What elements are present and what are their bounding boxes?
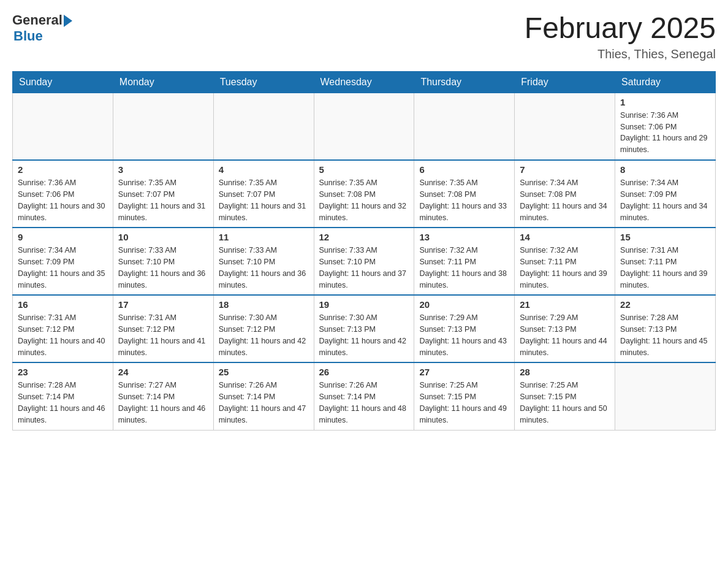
logo: General Blue [12, 12, 72, 44]
sun-info: Sunrise: 7:35 AMSunset: 7:08 PMDaylight:… [319, 177, 409, 223]
sun-info: Sunrise: 7:26 AMSunset: 7:14 PMDaylight:… [219, 380, 309, 426]
day-header-sunday: Sunday [13, 71, 113, 93]
calendar-cell: 25Sunrise: 7:26 AMSunset: 7:14 PMDayligh… [213, 362, 314, 430]
calendar-cell: 19Sunrise: 7:30 AMSunset: 7:13 PMDayligh… [314, 295, 414, 362]
logo-general-text: General [12, 12, 63, 28]
sun-info: Sunrise: 7:36 AMSunset: 7:06 PMDaylight:… [620, 110, 710, 156]
day-number: 17 [118, 299, 208, 310]
sun-info: Sunrise: 7:33 AMSunset: 7:10 PMDaylight:… [219, 245, 309, 291]
sun-info: Sunrise: 7:32 AMSunset: 7:11 PMDaylight:… [419, 245, 509, 291]
sun-info: Sunrise: 7:26 AMSunset: 7:14 PMDaylight:… [319, 380, 409, 426]
day-number: 26 [319, 367, 409, 377]
day-number: 9 [18, 232, 108, 242]
day-number: 4 [219, 164, 309, 175]
sun-info: Sunrise: 7:30 AMSunset: 7:12 PMDaylight:… [219, 312, 309, 358]
calendar-cell: 8Sunrise: 7:34 AMSunset: 7:09 PMDaylight… [615, 160, 716, 228]
calendar-cell: 23Sunrise: 7:28 AMSunset: 7:14 PMDayligh… [13, 362, 113, 430]
sun-info: Sunrise: 7:35 AMSunset: 7:07 PMDaylight:… [219, 177, 309, 223]
day-number: 28 [520, 367, 610, 377]
location-subtitle: Thies, Thies, Senegal [525, 47, 716, 61]
calendar-cell: 24Sunrise: 7:27 AMSunset: 7:14 PMDayligh… [113, 362, 213, 430]
day-number: 3 [118, 164, 208, 175]
logo-blue-text: Blue [13, 28, 43, 44]
calendar-cell: 14Sunrise: 7:32 AMSunset: 7:11 PMDayligh… [515, 228, 615, 295]
day-number: 27 [419, 367, 509, 377]
day-number: 16 [18, 299, 108, 310]
calendar-cell: 28Sunrise: 7:25 AMSunset: 7:15 PMDayligh… [515, 362, 615, 430]
title-block: February 2025 Thies, Thies, Senegal [525, 12, 716, 61]
sun-info: Sunrise: 7:29 AMSunset: 7:13 PMDaylight:… [419, 312, 509, 358]
calendar-cell: 22Sunrise: 7:28 AMSunset: 7:13 PMDayligh… [615, 295, 716, 362]
page-header: General Blue February 2025 Thies, Thies,… [12, 12, 716, 61]
sun-info: Sunrise: 7:28 AMSunset: 7:13 PMDaylight:… [620, 312, 710, 358]
day-number: 12 [319, 232, 409, 242]
sun-info: Sunrise: 7:33 AMSunset: 7:10 PMDaylight:… [319, 245, 409, 291]
day-number: 23 [18, 367, 108, 377]
calendar-header-row: SundayMondayTuesdayWednesdayThursdayFrid… [13, 71, 716, 93]
calendar-cell [414, 93, 515, 160]
calendar-cell [615, 362, 716, 430]
calendar-cell: 3Sunrise: 7:35 AMSunset: 7:07 PMDaylight… [113, 160, 213, 228]
sun-info: Sunrise: 7:35 AMSunset: 7:08 PMDaylight:… [419, 177, 509, 223]
calendar-cell: 21Sunrise: 7:29 AMSunset: 7:13 PMDayligh… [515, 295, 615, 362]
day-header-thursday: Thursday [414, 71, 515, 93]
day-number: 5 [319, 164, 409, 175]
day-number: 18 [219, 299, 309, 310]
day-header-wednesday: Wednesday [314, 71, 414, 93]
calendar-cell: 13Sunrise: 7:32 AMSunset: 7:11 PMDayligh… [414, 228, 515, 295]
day-number: 1 [620, 97, 710, 107]
sun-info: Sunrise: 7:31 AMSunset: 7:11 PMDaylight:… [620, 245, 710, 291]
day-number: 20 [419, 299, 509, 310]
sun-info: Sunrise: 7:30 AMSunset: 7:13 PMDaylight:… [319, 312, 409, 358]
sun-info: Sunrise: 7:27 AMSunset: 7:14 PMDaylight:… [118, 380, 208, 426]
day-number: 24 [118, 367, 208, 377]
calendar-week-row: 2Sunrise: 7:36 AMSunset: 7:06 PMDaylight… [13, 160, 716, 228]
day-header-tuesday: Tuesday [213, 71, 314, 93]
sun-info: Sunrise: 7:34 AMSunset: 7:08 PMDaylight:… [520, 177, 610, 223]
calendar-table: SundayMondayTuesdayWednesdayThursdayFrid… [12, 71, 716, 431]
calendar-week-row: 16Sunrise: 7:31 AMSunset: 7:12 PMDayligh… [13, 295, 716, 362]
sun-info: Sunrise: 7:33 AMSunset: 7:10 PMDaylight:… [118, 245, 208, 291]
day-number: 15 [620, 232, 710, 242]
calendar-week-row: 1Sunrise: 7:36 AMSunset: 7:06 PMDaylight… [13, 93, 716, 160]
day-header-friday: Friday [515, 71, 615, 93]
sun-info: Sunrise: 7:36 AMSunset: 7:06 PMDaylight:… [18, 177, 108, 223]
calendar-cell: 11Sunrise: 7:33 AMSunset: 7:10 PMDayligh… [213, 228, 314, 295]
calendar-cell: 4Sunrise: 7:35 AMSunset: 7:07 PMDaylight… [213, 160, 314, 228]
day-number: 22 [620, 299, 710, 310]
calendar-cell: 27Sunrise: 7:25 AMSunset: 7:15 PMDayligh… [414, 362, 515, 430]
calendar-cell: 12Sunrise: 7:33 AMSunset: 7:10 PMDayligh… [314, 228, 414, 295]
day-number: 14 [520, 232, 610, 242]
calendar-cell: 17Sunrise: 7:31 AMSunset: 7:12 PMDayligh… [113, 295, 213, 362]
calendar-cell: 15Sunrise: 7:31 AMSunset: 7:11 PMDayligh… [615, 228, 716, 295]
calendar-cell [113, 93, 213, 160]
calendar-cell: 5Sunrise: 7:35 AMSunset: 7:08 PMDaylight… [314, 160, 414, 228]
month-title: February 2025 [525, 12, 716, 45]
sun-info: Sunrise: 7:34 AMSunset: 7:09 PMDaylight:… [620, 177, 710, 223]
calendar-cell [213, 93, 314, 160]
calendar-cell: 2Sunrise: 7:36 AMSunset: 7:06 PMDaylight… [13, 160, 113, 228]
sun-info: Sunrise: 7:34 AMSunset: 7:09 PMDaylight:… [18, 245, 108, 291]
day-header-saturday: Saturday [615, 71, 716, 93]
day-number: 19 [319, 299, 409, 310]
day-number: 13 [419, 232, 509, 242]
calendar-cell: 10Sunrise: 7:33 AMSunset: 7:10 PMDayligh… [113, 228, 213, 295]
sun-info: Sunrise: 7:29 AMSunset: 7:13 PMDaylight:… [520, 312, 610, 358]
day-number: 25 [219, 367, 309, 377]
sun-info: Sunrise: 7:31 AMSunset: 7:12 PMDaylight:… [18, 312, 108, 358]
day-number: 11 [219, 232, 309, 242]
calendar-cell: 20Sunrise: 7:29 AMSunset: 7:13 PMDayligh… [414, 295, 515, 362]
sun-info: Sunrise: 7:28 AMSunset: 7:14 PMDaylight:… [18, 380, 108, 426]
calendar-cell [13, 93, 113, 160]
day-number: 8 [620, 164, 710, 175]
day-number: 6 [419, 164, 509, 175]
calendar-week-row: 9Sunrise: 7:34 AMSunset: 7:09 PMDaylight… [13, 228, 716, 295]
day-number: 2 [18, 164, 108, 175]
sun-info: Sunrise: 7:31 AMSunset: 7:12 PMDaylight:… [118, 312, 208, 358]
calendar-cell: 9Sunrise: 7:34 AMSunset: 7:09 PMDaylight… [13, 228, 113, 295]
calendar-cell [314, 93, 414, 160]
sun-info: Sunrise: 7:32 AMSunset: 7:11 PMDaylight:… [520, 245, 610, 291]
calendar-cell: 16Sunrise: 7:31 AMSunset: 7:12 PMDayligh… [13, 295, 113, 362]
day-header-monday: Monday [113, 71, 213, 93]
calendar-cell [515, 93, 615, 160]
